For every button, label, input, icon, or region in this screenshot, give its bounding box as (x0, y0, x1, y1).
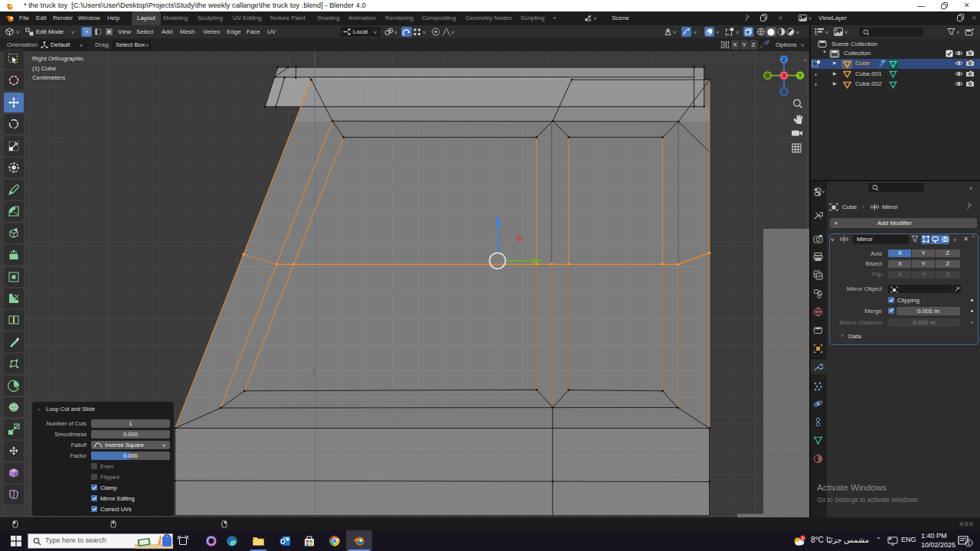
svg-text:1: 1 (968, 540, 971, 546)
svg-text:Y: Y (799, 73, 802, 78)
svg-text:X: X (782, 73, 786, 78)
svg-text:Z: Z (782, 57, 786, 62)
svg-text:1: 1 (802, 536, 804, 540)
